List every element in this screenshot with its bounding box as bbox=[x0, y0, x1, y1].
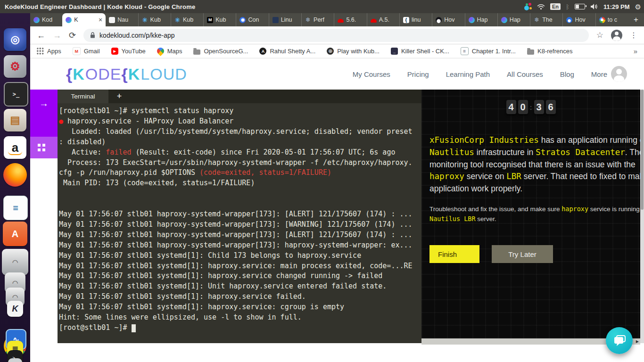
kodekloud-favicon bbox=[33, 17, 40, 23]
dark-square-icon: _ bbox=[391, 48, 398, 55]
forward-button[interactable]: → bbox=[53, 31, 61, 40]
highlighted-term: xFusionCorp Industries bbox=[429, 135, 539, 145]
terminal-line: Active: failed (Result: exit-code) since… bbox=[59, 148, 421, 158]
calculator-dock-icon[interactable]: ▦ bbox=[8, 358, 22, 362]
multimedia-k-dock-icon[interactable]: K bbox=[7, 301, 23, 317]
bluetooth-icon[interactable]: ᛒ bbox=[566, 4, 570, 10]
logo-segment: ODE bbox=[85, 65, 122, 83]
bookmark-label: Gmail bbox=[84, 48, 100, 55]
browser-tab[interactable]: {linu bbox=[399, 13, 432, 26]
nav-item-more[interactable]: More bbox=[591, 70, 607, 78]
system-tools-dock-icon[interactable]: ⚙ bbox=[4, 55, 26, 78]
browser-menu-icon[interactable]: ⋮ bbox=[630, 31, 637, 40]
file-archive-dock-icon[interactable]: ▤ bbox=[4, 109, 26, 132]
highlighted-term: Nautilus LBR bbox=[429, 215, 476, 222]
browser-tab[interactable]: Hap bbox=[465, 13, 497, 26]
terminal-output[interactable]: [root@stlb01 ~]# systemctl status haprox… bbox=[58, 103, 421, 343]
browser-tab[interactable]: Kod bbox=[30, 13, 62, 26]
redhat-favicon bbox=[338, 19, 344, 23]
try-later-button[interactable]: Try Later bbox=[492, 245, 553, 263]
nav-item-all-courses[interactable]: All Courses bbox=[507, 70, 543, 78]
bookmark-item[interactable]: ARahul Shetty A... bbox=[259, 48, 315, 55]
browser-tab[interactable]: ☸Con bbox=[236, 13, 268, 26]
new-tab-button[interactable]: + bbox=[628, 13, 644, 26]
nav-item-my-courses[interactable]: My Courses bbox=[353, 70, 390, 78]
tab-label: A.5. bbox=[379, 16, 396, 23]
bookmark-star-icon[interactable]: ☆ bbox=[596, 30, 603, 40]
browser-tab[interactable]: to c bbox=[595, 13, 628, 26]
chat-widget-button[interactable] bbox=[606, 327, 633, 354]
tab-label: linu bbox=[412, 16, 429, 23]
terminal-line: May 01 17:56:07 stlb01 systemd[1]: hapro… bbox=[59, 302, 421, 313]
finish-button[interactable]: Finish bbox=[429, 245, 479, 263]
ubuntu-dash-dock-icon[interactable]: ◎ bbox=[4, 28, 26, 51]
nav-item-blog[interactable]: Blog bbox=[560, 70, 574, 78]
browser-tab[interactable]: Hov bbox=[562, 13, 595, 26]
task-instruction: Troubleshoot and fix the issue, and make… bbox=[429, 204, 640, 224]
bookmark-item[interactable]: MGmail bbox=[73, 47, 100, 55]
scroll-right-arrow-icon[interactable]: ▶ bbox=[636, 339, 639, 344]
bookmark-item[interactable]: Maps bbox=[157, 48, 182, 55]
reload-button[interactable]: ⟳ bbox=[69, 31, 76, 40]
vertical-scrollbar-thumb[interactable] bbox=[641, 90, 644, 210]
ubuntu-software-dock-icon[interactable]: A bbox=[3, 222, 27, 246]
clock[interactable]: 11:29 PM bbox=[603, 3, 630, 10]
user-avatar[interactable] bbox=[611, 66, 627, 82]
browser-tab[interactable]: Nau bbox=[106, 13, 138, 26]
browser-tab[interactable]: MKub bbox=[203, 13, 236, 26]
tab-label: Kub bbox=[183, 16, 200, 23]
launcher-dock: ◎⚙>_▤a≡A◠◠◠K∿≣>_▦ bbox=[0, 13, 30, 362]
bookmark-item[interactable]: _Killer Shell - CK... bbox=[391, 48, 449, 55]
browser-tab[interactable]: 5.6. bbox=[334, 13, 366, 26]
maps-icon bbox=[156, 46, 165, 56]
wifi-icon[interactable] bbox=[537, 4, 545, 10]
nav-item-learning-path[interactable]: Learning Path bbox=[446, 70, 490, 78]
browser-tab[interactable]: ✳Kub bbox=[171, 13, 203, 26]
rail-grid-button[interactable] bbox=[30, 137, 58, 158]
browser-tab[interactable]: A.5. bbox=[367, 13, 399, 26]
terminal-new-tab-button[interactable]: + bbox=[108, 90, 130, 103]
terminal-dock-icon[interactable]: >_ bbox=[4, 82, 28, 107]
bookmark-item[interactable]: ▶YouTube bbox=[111, 48, 146, 55]
amazon-dock-icon[interactable]: a bbox=[4, 136, 26, 159]
address-bar[interactable]: kodekloud.com/p/kke-app bbox=[83, 29, 589, 42]
terminal-line: [root@stlb01 ~]# systemctl status haprox… bbox=[59, 106, 421, 116]
nav-item-pricing[interactable]: Pricing bbox=[407, 70, 429, 78]
bookmarks-overflow-icon[interactable]: » bbox=[634, 47, 637, 55]
apps-grid-icon bbox=[37, 48, 44, 55]
libreoffice-writer-dock-icon[interactable]: ≡ bbox=[3, 196, 28, 220]
highlighted-term: Stratos Datacenter bbox=[536, 148, 625, 157]
session-gear-icon[interactable]: ⚙ bbox=[635, 3, 641, 10]
window-title: KodeKloud Engineer Dashboard | Kode Klou… bbox=[5, 3, 195, 10]
browser-tab[interactable]: ❄The bbox=[530, 13, 562, 26]
browser-tab[interactable]: Hap bbox=[497, 13, 530, 26]
rail-expand-arrow[interactable]: → bbox=[30, 90, 58, 137]
disks-dock-icon[interactable]: ◠ bbox=[2, 249, 28, 275]
terminal-tab[interactable]: Terminal bbox=[58, 90, 108, 103]
battery-icon[interactable] bbox=[575, 4, 585, 9]
terminal-line: cfg -p /run/haproxy.pid $OPTIONS (code=e… bbox=[59, 168, 421, 178]
bookmark-item[interactable]: Apps bbox=[37, 48, 61, 55]
tab-close-icon[interactable]: × bbox=[99, 16, 102, 24]
volume-icon[interactable] bbox=[590, 3, 598, 10]
cloudbees-favicon: ✳ bbox=[142, 17, 148, 23]
browser-tab[interactable]: ✳Kub bbox=[138, 13, 171, 26]
keyboard-layout-indicator[interactable]: En bbox=[550, 3, 561, 10]
bookmark-item[interactable]: OpenSourceG... bbox=[193, 48, 248, 55]
terminal-line: Hint: Some lines were ellipsized, use -l… bbox=[59, 313, 421, 323]
tab-label: Con bbox=[248, 16, 265, 23]
back-button[interactable]: ← bbox=[37, 31, 45, 40]
browser-tab[interactable]: Linu bbox=[269, 13, 301, 26]
browser-tab[interactable]: K× bbox=[62, 13, 106, 26]
kodekloud-logo[interactable]: {KODE{KLOUD bbox=[66, 65, 187, 83]
firefox-dock-icon[interactable] bbox=[3, 163, 27, 187]
bookmark-item[interactable]: ≡Chapter 1. Intr... bbox=[461, 47, 516, 55]
timer-digit: 6 bbox=[546, 100, 556, 114]
browser-profile-avatar[interactable] bbox=[611, 30, 622, 41]
browser-tab[interactable]: Hov bbox=[432, 13, 464, 26]
vertical-scrollbar[interactable] bbox=[640, 90, 644, 343]
bookmark-item[interactable]: ⊕Play with Kub... bbox=[327, 48, 380, 55]
slack-tray-icon[interactable] bbox=[524, 3, 532, 10]
browser-tab[interactable]: ❄Perf bbox=[301, 13, 334, 26]
bookmark-item[interactable]: K8-refrences bbox=[527, 48, 572, 55]
